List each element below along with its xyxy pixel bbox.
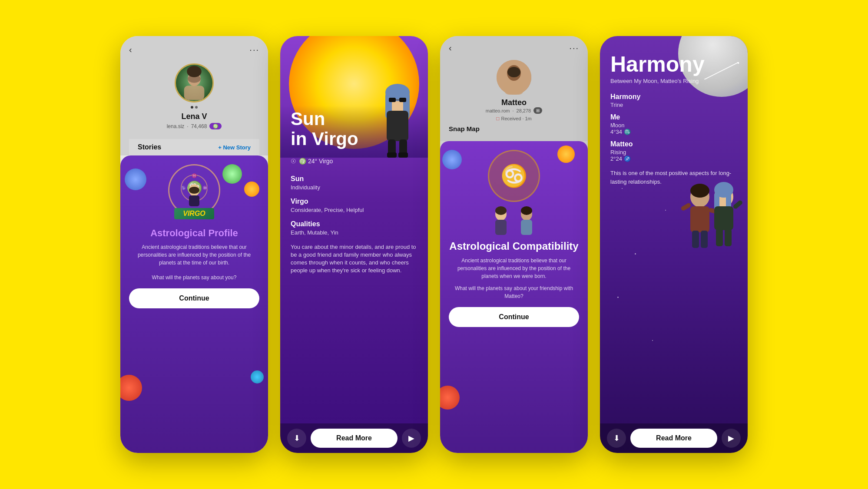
- sun-section: Sun Individuality: [291, 175, 417, 192]
- harmony-subtitle: Between My Moon, Matteo's Rising: [610, 78, 737, 84]
- bitmoji-container: [371, 71, 424, 158]
- sun-section-title: Sun: [291, 175, 417, 183]
- svg-rect-25: [398, 152, 408, 158]
- harmony-type-value: Trine: [610, 102, 737, 108]
- svg-text:♓: ♓: [192, 173, 197, 178]
- download-icon: ⬇: [294, 433, 300, 443]
- compat-question: What will the planets say about your fri…: [449, 284, 579, 300]
- matteo-label: Matteo: [610, 140, 737, 148]
- matteo-section: Matteo Rising2°24 ♐: [610, 140, 737, 162]
- sun-symbol: ☉ ♍ 24° Virgo: [280, 158, 428, 168]
- svg-rect-24: [387, 152, 397, 158]
- svg-point-13: [189, 187, 199, 194]
- svg-rect-50: [732, 200, 743, 210]
- more-icon[interactable]: ···: [249, 45, 259, 55]
- qualities-section-text: Earth, Mutable, Yin: [291, 229, 417, 237]
- qualities-section-title: Qualities: [291, 220, 417, 228]
- stories-label: Stories: [138, 143, 161, 151]
- me-label: Me: [610, 113, 737, 121]
- compat-title: Astrological Compatibility: [449, 240, 578, 252]
- download-button[interactable]: ⬇: [287, 429, 306, 448]
- screen-profile: ‹ ···: [120, 36, 268, 453]
- score-text: ·: [187, 123, 188, 129]
- sun-hero: Sun in Virgo: [280, 36, 428, 158]
- sun-icon: ☉: [291, 158, 296, 165]
- me-value: Moon4°34 ♏: [610, 122, 737, 135]
- friend-score: 28,278: [517, 108, 531, 113]
- astro-profile-desc: Ancient astrological traditions believe …: [129, 243, 259, 267]
- avatar-container: Lena V lena.siz · 74,468 ♍: [129, 63, 259, 135]
- svg-rect-35: [521, 220, 532, 235]
- harmony-type-section: Harmony Trine: [610, 93, 737, 108]
- back-icon[interactable]: ‹: [129, 45, 132, 55]
- svg-rect-3: [184, 86, 205, 100]
- friend-separator: ·: [512, 108, 514, 113]
- compat-symbol-area: ♋: [488, 150, 540, 236]
- virgo-emblem: ♍ ♓ ♒ ♑ ♐ VIRGO: [168, 164, 220, 216]
- zodiac-badge: ♍: [209, 123, 222, 129]
- sun-virgo-content: Sun Individuality Virgo Considerate, Pre…: [280, 168, 428, 423]
- read-more-button[interactable]: Read More: [311, 429, 398, 448]
- compat-desc: Ancient astrological traditions believe …: [449, 257, 579, 280]
- svg-rect-41: [680, 202, 692, 211]
- sun-degree: ♍ 24° Virgo: [299, 158, 333, 165]
- dot-1: [191, 106, 193, 109]
- bitmoji-couple: [488, 205, 540, 236]
- avatar: [175, 63, 214, 102]
- screen-sun-virgo: Sun in Virgo: [280, 36, 428, 453]
- screens-container: ‹ ···: [103, 19, 765, 470]
- handle-text: lena.siz: [167, 123, 185, 129]
- compat-content: ♋ Astro: [449, 150, 579, 327]
- svg-rect-44: [701, 231, 708, 248]
- compat-continue-button[interactable]: Continue: [449, 307, 579, 327]
- friend-handle: matteo.rom · 28,278 ⊞: [449, 107, 579, 114]
- svg-point-4: [187, 66, 202, 77]
- title-in-virgo: in Virgo: [291, 129, 358, 149]
- cancer-symbol: ♋: [488, 150, 540, 202]
- continue-button[interactable]: Continue: [129, 288, 259, 308]
- svg-point-39: [690, 184, 709, 198]
- svg-rect-52: [725, 229, 732, 246]
- dot-indicator: [191, 106, 198, 109]
- new-story-button[interactable]: + New Story: [218, 144, 251, 151]
- svg-rect-43: [692, 231, 699, 248]
- compat-header: ‹ ···: [449, 43, 579, 53]
- snap-score: 74,468: [191, 123, 207, 129]
- stories-header: Stories + New Story: [129, 139, 259, 155]
- snap-map-label: Snap Map: [449, 122, 579, 134]
- svg-point-34: [521, 206, 532, 215]
- dot-2: [195, 106, 198, 109]
- back-icon-compat[interactable]: ‹: [449, 43, 452, 53]
- svg-rect-49: [714, 206, 733, 230]
- sun-section-text: Individuality: [291, 184, 417, 192]
- friend-handle-text: matteo.rom: [486, 108, 510, 113]
- harmony-type-label: Harmony: [610, 93, 737, 101]
- planet-cyan: [251, 370, 264, 383]
- received-badge: □ Received · 1m: [449, 116, 579, 122]
- matteo-value: Rising2°24 ♐: [610, 149, 737, 162]
- svg-rect-32: [495, 220, 507, 235]
- friend-avatar: [497, 60, 531, 95]
- profile-header: ‹ ···: [129, 45, 259, 55]
- svg-rect-12: [189, 195, 199, 206]
- received-icon: □: [496, 116, 499, 122]
- virgo-banner: VIRGO: [174, 208, 214, 219]
- me-section: Me Moon4°34 ♏: [610, 113, 737, 135]
- user-handle: lena.siz · 74,468 ♍: [167, 123, 222, 129]
- virgo-section: Virgo Considerate, Precise, Helpful: [291, 198, 417, 214]
- virgo-section-text: Considerate, Precise, Helpful: [291, 206, 417, 214]
- compat-top: ‹ ··· Matteo matteo.rom · 28,278 ⊞ □: [440, 36, 588, 141]
- compat-planet-2: [440, 386, 460, 410]
- more-icon-compat[interactable]: ···: [569, 43, 579, 53]
- sun-virgo-title: Sun in Virgo: [291, 109, 358, 149]
- username: Lena V: [181, 112, 207, 121]
- title-sun: Sun: [291, 109, 325, 129]
- qualities-section: Qualities Earth, Mutable, Yin: [291, 220, 417, 237]
- svg-point-28: [507, 67, 520, 77]
- astro-profile-question: What will the planets say about you?: [152, 274, 237, 281]
- screen2-bottom-bar: ⬇ Read More ▶: [280, 423, 428, 453]
- astro-content: ♍ ♓ ♒ ♑ ♐ VIRGO Astrological: [129, 164, 259, 308]
- screen-compatibility: ‹ ··· Matteo matteo.rom · 28,278 ⊞ □: [440, 36, 588, 453]
- friend-name: Matteo: [449, 98, 579, 107]
- forward-button[interactable]: ▶: [402, 429, 421, 448]
